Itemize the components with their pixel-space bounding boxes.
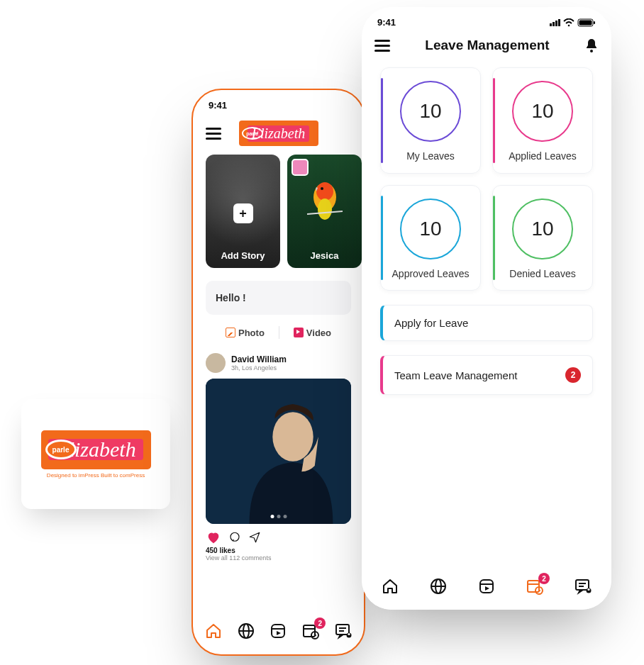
wifi-icon	[563, 18, 574, 27]
svg-point-20	[348, 633, 350, 635]
compose-type-row: Photo Video	[193, 315, 364, 350]
divider	[279, 326, 279, 339]
video-icon	[294, 328, 304, 337]
like-icon[interactable]	[206, 530, 221, 545]
action-label: Team Leave Management	[394, 369, 517, 381]
brand-logo-oval: parle	[45, 440, 77, 459]
svg-point-21	[568, 24, 570, 26]
likes-count[interactable]: 450 likes	[206, 547, 351, 554]
svg-point-1	[316, 182, 333, 201]
stories-row[interactable]: + Add Story Jesica	[193, 155, 364, 268]
avatar	[206, 353, 226, 373]
menu-icon[interactable]	[374, 40, 390, 52]
plus-icon: +	[233, 203, 253, 223]
post-actions	[206, 524, 351, 547]
nav-chat-icon[interactable]	[334, 622, 352, 640]
nav-calendar-icon[interactable]: 2	[301, 622, 320, 640]
nav-reels-icon[interactable]	[269, 622, 287, 640]
post-subline: 3h, Los Angeles	[231, 364, 287, 371]
post-image[interactable]	[206, 379, 351, 524]
card-denied-leaves[interactable]: 10 Denied Leaves	[492, 185, 593, 291]
comment-icon[interactable]	[228, 531, 241, 544]
card-applied-leaves[interactable]: 10 Applied Leaves	[492, 67, 593, 174]
status-bar: 9:41	[362, 7, 611, 32]
svg-rect-23	[579, 20, 592, 25]
add-story-card[interactable]: + Add Story	[206, 155, 280, 268]
svg-rect-34	[576, 580, 589, 590]
nav-home-icon[interactable]	[381, 577, 399, 596]
svg-point-25	[590, 50, 593, 52]
card-label: My Leaves	[388, 150, 473, 163]
brand-logo-oval: parle	[242, 127, 263, 140]
page-title: Leave Management	[390, 38, 584, 53]
menu-icon[interactable]	[206, 128, 221, 140]
svg-point-7	[231, 532, 239, 541]
svg-rect-16	[336, 625, 349, 635]
story-card[interactable]: Jesica	[287, 155, 362, 268]
nav-badge: 2	[314, 618, 326, 629]
bottom-nav: 2	[362, 567, 611, 610]
nav-globe-icon[interactable]	[237, 622, 255, 640]
nav-reels-icon[interactable]	[477, 577, 496, 596]
status-time: 9:41	[209, 100, 227, 111]
compose-placeholder: Hello !	[216, 292, 246, 303]
svg-rect-13	[304, 625, 315, 637]
svg-point-6	[272, 412, 313, 462]
add-story-label: Add Story	[206, 250, 280, 261]
topbar: parle Elizabeth	[193, 115, 364, 155]
phone-social: 9:41 parle Elizabeth + Add Story Jesica	[191, 89, 365, 656]
brand-tagline: Designed to imPress Built to comPress	[47, 472, 145, 479]
nav-badge: 2	[538, 573, 550, 584]
card-my-leaves[interactable]: 10 My Leaves	[380, 67, 481, 174]
card-label: Approved Leaves	[388, 268, 473, 281]
comments-link[interactable]: View all 112 comments	[206, 554, 351, 561]
post-author: David William	[231, 354, 287, 364]
status-icons	[550, 18, 596, 27]
svg-rect-29	[480, 580, 493, 593]
post-header[interactable]: David William 3h, Los Angeles	[206, 350, 351, 379]
story-user-name: Jesica	[287, 250, 362, 261]
phone-leave: 9:41 Leave Management 10 My Leaves 10 Ap…	[362, 7, 611, 610]
card-label: Applied Leaves	[500, 150, 585, 163]
svg-point-3	[321, 187, 323, 190]
bottom-nav: 2	[193, 612, 364, 654]
status-bar: 9:41	[193, 90, 364, 115]
photo-icon	[226, 328, 235, 337]
share-icon[interactable]	[248, 531, 261, 544]
nav-home-icon[interactable]	[204, 622, 223, 640]
signal-icon	[550, 19, 560, 26]
svg-point-2	[318, 199, 332, 220]
nav-chat-icon[interactable]	[574, 577, 592, 596]
brand-logo: parle Elizabeth	[239, 121, 318, 146]
nav-calendar-icon[interactable]: 2	[526, 577, 544, 596]
status-time: 9:41	[377, 17, 396, 28]
compose-video-button[interactable]: Video	[294, 328, 331, 338]
notification-icon[interactable]	[584, 38, 599, 53]
svg-rect-11	[272, 625, 284, 637]
person-image	[206, 379, 351, 524]
logo-card: parle Elizabeth Designed to imPress Buil…	[21, 399, 170, 509]
parrot-image	[304, 177, 346, 227]
compose-photo-button[interactable]: Photo	[226, 328, 265, 338]
compose-input[interactable]: Hello !	[206, 281, 351, 315]
apply-for-leave-button[interactable]: Apply for Leave	[380, 305, 593, 341]
carousel-dots	[270, 515, 287, 518]
nav-globe-icon[interactable]	[429, 577, 448, 596]
avatar	[292, 159, 309, 176]
feed-post: David William 3h, Los Angeles	[206, 350, 351, 561]
battery-icon	[577, 18, 596, 27]
leave-cards-grid: 10 My Leaves 10 Applied Leaves 10 Approv…	[362, 62, 611, 291]
svg-point-38	[587, 588, 589, 591]
svg-rect-24	[594, 21, 595, 24]
team-leave-management-button[interactable]: Team Leave Management 2	[380, 355, 593, 395]
svg-rect-31	[528, 581, 539, 592]
topbar: Leave Management	[362, 32, 611, 62]
action-label: Apply for Leave	[394, 317, 468, 329]
action-badge: 2	[565, 367, 581, 383]
brand-logo: parle Elizabeth	[41, 430, 151, 469]
card-approved-leaves[interactable]: 10 Approved Leaves	[380, 185, 481, 291]
card-label: Denied Leaves	[500, 268, 585, 281]
